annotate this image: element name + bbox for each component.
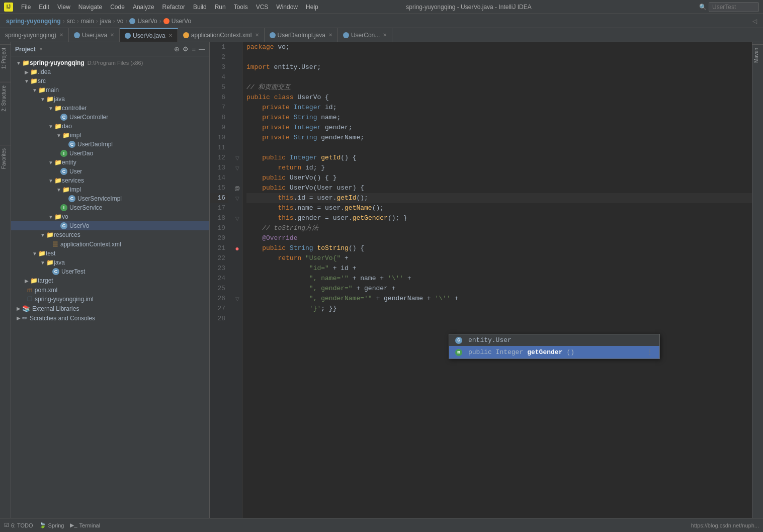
- tree-vo[interactable]: ▼ 📁 vo: [11, 212, 209, 221]
- breadcrumb-uservo-class[interactable]: UserVo: [137, 18, 157, 25]
- code-line-27: '}'; }}: [246, 304, 752, 314]
- hide-icon[interactable]: —: [199, 45, 205, 53]
- tree-userdaoimpl[interactable]: C UserDaoImpl: [11, 140, 209, 149]
- tree-usercontroller[interactable]: C UserController: [11, 113, 209, 122]
- todo-label: 6: TODO: [11, 522, 33, 528]
- tree-services[interactable]: ▼ 📁 services: [11, 176, 209, 185]
- locate-icon[interactable]: ⊕: [174, 45, 180, 53]
- tab-appcontext-close[interactable]: ✕: [255, 32, 259, 38]
- tab-user-close[interactable]: ✕: [110, 32, 114, 38]
- menu-refactor[interactable]: Refactor: [158, 3, 189, 12]
- gutter-18[interactable]: ▽: [232, 213, 242, 223]
- status-todo[interactable]: ☑ 6: TODO: [4, 522, 33, 528]
- tree-controller[interactable]: ▼ 📁 controller: [11, 104, 209, 113]
- tree-idea[interactable]: ▶ 📁 .idea: [11, 67, 209, 76]
- tree-userservice[interactable]: I UserService: [11, 203, 209, 212]
- side-tab-favorites[interactable]: Favorites: [0, 145, 11, 172]
- tree-appcontext[interactable]: ☰ applicationContext.xml: [11, 239, 209, 249]
- status-spring[interactable]: 🍃 Spring: [39, 522, 64, 528]
- tree-resources[interactable]: ▼ 📁 resources: [11, 230, 209, 239]
- tree-test-java[interactable]: ▼ 📁 java: [11, 258, 209, 267]
- menu-file[interactable]: File: [17, 3, 35, 12]
- search-input[interactable]: [709, 2, 759, 12]
- tree-services-impl[interactable]: ▼ 📁 impl: [11, 185, 209, 194]
- gutter-26[interactable]: ▽: [232, 294, 242, 304]
- tab-uservo-java[interactable]: UserVo.java ✕: [120, 28, 178, 42]
- tab-usercon-close[interactable]: ✕: [383, 32, 387, 38]
- tree-userserviceimpl[interactable]: C UserServiceImpl: [11, 194, 209, 203]
- left-panel-icons: 1: Project 2: Structure Favorites: [0, 42, 11, 518]
- status-terminal[interactable]: ▶_ Terminal: [70, 522, 100, 528]
- collapse-icon[interactable]: ≡: [192, 45, 196, 53]
- gutter-27: [232, 304, 242, 314]
- menu-code[interactable]: Code: [106, 3, 129, 12]
- main-area: 1: Project 2: Structure Favorites Projec…: [0, 42, 763, 518]
- side-tab-project[interactable]: 1: Project: [0, 44, 11, 72]
- ln-28: 28: [210, 314, 228, 324]
- tab-userdaoimpl[interactable]: UserDaoImpl.java ✕: [265, 28, 338, 42]
- breadcrumb-uservo-file[interactable]: UserVo: [172, 18, 191, 25]
- tree-pom[interactable]: m pom.xml: [11, 285, 209, 295]
- ln-5: 5: [210, 82, 228, 93]
- tree-java[interactable]: ▼ 📁 java: [11, 95, 209, 104]
- breadcrumb-project[interactable]: spring-yuyongqing: [6, 18, 61, 25]
- tree-user[interactable]: C User: [11, 167, 209, 176]
- tab-usercon[interactable]: UserCon... ✕: [338, 28, 392, 42]
- gutter-16[interactable]: ▽: [232, 193, 242, 203]
- tab-user-java[interactable]: User.java ✕: [69, 28, 120, 42]
- tree-resources-icon: 📁: [46, 231, 54, 238]
- tab-project[interactable]: spring-yuyongqing) ✕: [0, 28, 69, 42]
- tree-user-icon: C: [60, 168, 67, 175]
- ac-item-method[interactable]: m public Integer getGender() ⋮: [449, 346, 659, 359]
- tree-scratches[interactable]: ▶ ✏ Scratches and Consoles: [11, 313, 209, 323]
- side-tab-structure[interactable]: 2: Structure: [0, 82, 11, 115]
- tree-root[interactable]: ▼ 📁 spring-yuyongqing D:\Program Files (…: [11, 58, 209, 67]
- tree-services-label: services: [62, 177, 84, 184]
- tree-src[interactable]: ▼ 📁 src: [11, 76, 209, 85]
- code-editor[interactable]: package vo; import entity.User; // 和页面交互…: [242, 42, 752, 518]
- menu-analyze[interactable]: Analyze: [129, 3, 158, 12]
- menu-build[interactable]: Build: [189, 3, 211, 12]
- settings-icon[interactable]: ⚙: [183, 45, 189, 53]
- tab-project-close[interactable]: ✕: [59, 32, 63, 38]
- menu-window[interactable]: Window: [272, 3, 302, 12]
- breadcrumb-src[interactable]: src: [67, 18, 75, 25]
- gutter-13[interactable]: ▽: [232, 163, 242, 173]
- ac-item-class[interactable]: C entity.User: [449, 334, 659, 346]
- tree-dao[interactable]: ▼ 📁 dao: [11, 122, 209, 131]
- menu-vcs[interactable]: VCS: [252, 3, 273, 12]
- tree-main[interactable]: ▼ 📁 main: [11, 85, 209, 95]
- tree-uservo[interactable]: C UserVo: [11, 221, 209, 230]
- ac-class-icon: C: [455, 337, 462, 344]
- menu-run[interactable]: Run: [211, 3, 230, 12]
- menu-help[interactable]: Help: [302, 3, 322, 12]
- tree-iml[interactable]: ☐ spring-yuyongqing.iml: [11, 295, 209, 304]
- tree-entity[interactable]: ▼ 📁 entity: [11, 158, 209, 167]
- breadcrumb-vo[interactable]: vo: [117, 18, 124, 25]
- nav-back-icon[interactable]: ◁: [752, 18, 757, 25]
- menu-tools[interactable]: Tools: [230, 3, 252, 12]
- menu-view[interactable]: View: [53, 3, 74, 12]
- ln-25: 25: [210, 284, 228, 294]
- gutter-12[interactable]: ▽: [232, 153, 242, 163]
- tab-uservo-label: UserVo.java: [133, 32, 165, 39]
- tree-target[interactable]: ▶ 📁 target: [11, 276, 209, 285]
- breadcrumb-main[interactable]: main: [81, 18, 94, 25]
- tree-usercontroller-label: UserController: [69, 114, 108, 121]
- tab-userdaoimpl-close[interactable]: ✕: [328, 32, 332, 38]
- tab-uservo-close[interactable]: ✕: [168, 33, 173, 38]
- breadcrumb-java[interactable]: java: [100, 18, 111, 25]
- tree-dao-impl[interactable]: ▼ 📁 impl: [11, 131, 209, 140]
- tab-appcontext[interactable]: applicationContext.xml ✕: [178, 28, 265, 42]
- menu-edit[interactable]: Edit: [35, 3, 53, 12]
- tree-idea-icon: 📁: [30, 68, 38, 75]
- tree-ext-libs[interactable]: ▶ 📚 External Libraries: [11, 304, 209, 313]
- tree-userdao[interactable]: I UserDao: [11, 149, 209, 158]
- side-tab-maven[interactable]: Maven: [752, 44, 764, 66]
- tree-test[interactable]: ▼ 📁 test: [11, 249, 209, 258]
- tree-test-icon: 📁: [38, 250, 46, 257]
- gutter-8: [232, 113, 242, 123]
- menu-navigate[interactable]: Navigate: [74, 3, 106, 12]
- tree-usertest[interactable]: C UserTest: [11, 267, 209, 276]
- project-dropdown-icon[interactable]: ▾: [40, 46, 42, 52]
